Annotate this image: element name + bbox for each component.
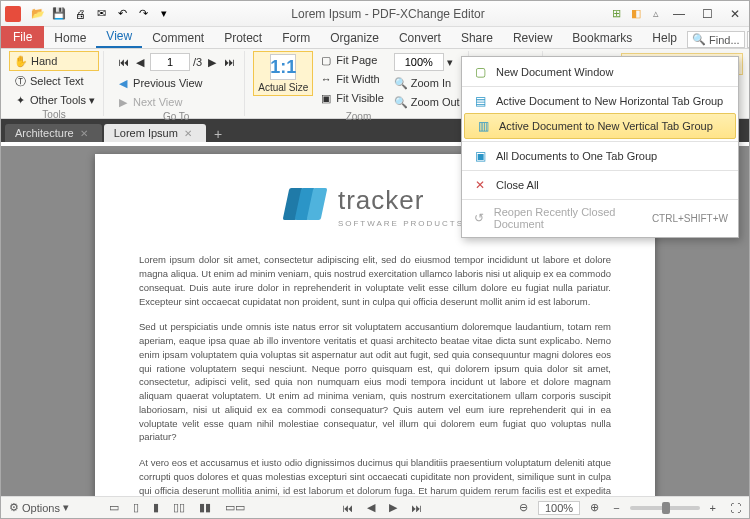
- page-input[interactable]: [150, 53, 190, 71]
- reopen-icon: ↺: [472, 210, 486, 226]
- maximize-button[interactable]: ☐: [693, 3, 721, 25]
- group-goto-label: Go To: [112, 111, 240, 124]
- logo-text: tracker: [338, 182, 464, 220]
- sb-continuous-icon[interactable]: ▮▮: [195, 500, 215, 515]
- sb-zoom-value[interactable]: 100%: [538, 501, 580, 515]
- last-page-icon[interactable]: ⏭: [222, 55, 236, 69]
- document-tabs-menu: ▢New Document Window ▤Active Document to…: [461, 56, 739, 238]
- app-icon: [5, 6, 21, 22]
- page-total: /3: [193, 56, 202, 68]
- fit-page[interactable]: ▢Fit Page: [315, 51, 387, 69]
- open-icon[interactable]: 📂: [29, 5, 47, 23]
- file-tab[interactable]: File: [1, 26, 44, 48]
- next-view[interactable]: ▶Next View: [112, 93, 240, 111]
- logo-subtitle: SOFTWARE PRODUCTS: [338, 218, 464, 230]
- tab-protect[interactable]: Protect: [214, 28, 272, 48]
- tab-share[interactable]: Share: [451, 28, 503, 48]
- zoom-combo[interactable]: ▾: [390, 51, 464, 73]
- tab-bookmarks[interactable]: Bookmarks: [562, 28, 642, 48]
- sb-bookmarks-icon[interactable]: ▭: [105, 500, 123, 515]
- tools-icon: ✦: [13, 93, 27, 107]
- menu-all-one-group[interactable]: ▣All Documents to One Tab Group: [462, 141, 738, 168]
- find-button[interactable]: 🔍Find...: [687, 31, 745, 48]
- minimize-button[interactable]: —: [665, 3, 693, 25]
- page-nav[interactable]: ⏮ ◀ /3 ▶ ⏭: [112, 51, 240, 73]
- hand-tool[interactable]: ✋Hand: [9, 51, 99, 71]
- menu-close-all[interactable]: ✕Close All: [462, 170, 738, 197]
- zoom-in-icon: 🔍: [394, 76, 408, 90]
- fit-visible[interactable]: ▣Fit Visible: [315, 89, 387, 107]
- options-button[interactable]: ⚙Options ▾: [5, 500, 73, 515]
- sb-prev-page[interactable]: ◀: [363, 500, 379, 515]
- title-bar: 📂 💾 🖨 ✉ ↶ ↷ ▾ Lorem Ipsum - PDF-XChange …: [1, 1, 749, 27]
- previous-view[interactable]: ◀Previous View: [112, 74, 240, 92]
- menu-vertical-group[interactable]: ▥Active Document to New Vertical Tab Gro…: [464, 113, 736, 139]
- close-button[interactable]: ✕: [721, 3, 749, 25]
- close-all-icon: ✕: [472, 177, 488, 193]
- sb-next-page[interactable]: ▶: [385, 500, 401, 515]
- minimize-ribbon-icon[interactable]: ▵: [647, 5, 665, 23]
- sb-zoom-plus[interactable]: +: [706, 501, 720, 515]
- launch-icon[interactable]: ◧: [627, 5, 645, 23]
- menu-horizontal-group[interactable]: ▤Active Document to New Horizontal Tab G…: [462, 86, 738, 113]
- sb-zoom-in[interactable]: ⊕: [586, 500, 603, 515]
- add-tab-button[interactable]: +: [208, 126, 228, 142]
- print-icon[interactable]: 🖨: [71, 5, 89, 23]
- ui-options-icon[interactable]: ⊞: [607, 5, 625, 23]
- group-zoom-label: Zoom: [253, 111, 463, 124]
- sb-last-page[interactable]: ⏭: [407, 501, 426, 515]
- quick-access-toolbar: 📂 💾 🖨 ✉ ↶ ↷ ▾: [25, 5, 173, 23]
- tab-review[interactable]: Review: [503, 28, 562, 48]
- doc-tab-lorem[interactable]: Lorem Ipsum✕: [104, 124, 206, 142]
- redo-icon[interactable]: ↷: [134, 5, 152, 23]
- doc-tab-architecture[interactable]: Architecture✕: [5, 124, 102, 142]
- horizontal-split-icon: ▤: [472, 93, 488, 109]
- sb-facing-icon[interactable]: ▯▯: [169, 500, 189, 515]
- zoom-input[interactable]: [394, 53, 444, 71]
- undo-icon[interactable]: ↶: [113, 5, 131, 23]
- zoom-slider[interactable]: [630, 506, 700, 510]
- zoom-out[interactable]: 🔍Zoom Out: [390, 93, 464, 111]
- other-tools[interactable]: ✦Other Tools ▾: [9, 91, 99, 109]
- save-icon[interactable]: 💾: [50, 5, 68, 23]
- actual-size-button[interactable]: 1:1 Actual Size: [253, 51, 313, 96]
- fit-width-icon: ↔: [319, 72, 333, 86]
- select-text-tool[interactable]: ⓉSelect Text: [9, 72, 99, 90]
- merge-tabs-icon: ▣: [472, 148, 488, 164]
- qat-dropdown-icon[interactable]: ▾: [155, 5, 173, 23]
- sb-zoom-out[interactable]: ⊖: [515, 500, 532, 515]
- group-tools-label: Tools: [9, 109, 99, 122]
- hand-icon: ✋: [14, 54, 28, 68]
- status-bar: ⚙Options ▾ ▭ ▯ ▮ ▯▯ ▮▮ ▭▭ ⏮ ◀ ▶ ⏭ ⊖ 100%…: [1, 496, 749, 518]
- close-tab-icon[interactable]: ✕: [80, 128, 88, 139]
- new-window-icon: ▢: [472, 64, 488, 80]
- zoom-slider-thumb[interactable]: [662, 502, 670, 514]
- actual-size-icon: 1:1: [270, 54, 296, 80]
- sb-thumbnails-icon[interactable]: ▮: [149, 500, 163, 515]
- tab-comment[interactable]: Comment: [142, 28, 214, 48]
- search-button[interactable]: 🔍Search...: [747, 31, 750, 48]
- window-title: Lorem Ipsum - PDF-XChange Editor: [173, 7, 603, 21]
- menu-new-window[interactable]: ▢New Document Window: [462, 60, 738, 84]
- next-view-icon: ▶: [116, 95, 130, 109]
- gear-icon: ⚙: [9, 501, 19, 514]
- email-icon[interactable]: ✉: [92, 5, 110, 23]
- tab-convert[interactable]: Convert: [389, 28, 451, 48]
- sb-first-page[interactable]: ⏮: [338, 501, 357, 515]
- tab-view[interactable]: View: [96, 26, 142, 48]
- tab-help[interactable]: Help: [642, 28, 687, 48]
- ribbon-tabs: File Home View Comment Protect Form Orga…: [1, 27, 749, 49]
- sb-layout-icon[interactable]: ▯: [129, 500, 143, 515]
- first-page-icon[interactable]: ⏮: [116, 55, 130, 69]
- zoom-in[interactable]: 🔍Zoom In: [390, 74, 464, 92]
- next-page-icon[interactable]: ▶: [205, 55, 219, 69]
- prev-page-icon[interactable]: ◀: [133, 55, 147, 69]
- tab-form[interactable]: Form: [272, 28, 320, 48]
- tab-organize[interactable]: Organize: [320, 28, 389, 48]
- fit-width[interactable]: ↔Fit Width: [315, 70, 387, 88]
- close-tab-icon[interactable]: ✕: [184, 128, 192, 139]
- sb-fullscreen-icon[interactable]: ⛶: [726, 501, 745, 515]
- sb-book-icon[interactable]: ▭▭: [221, 500, 249, 515]
- tab-home[interactable]: Home: [44, 28, 96, 48]
- sb-zoom-minus[interactable]: −: [609, 501, 623, 515]
